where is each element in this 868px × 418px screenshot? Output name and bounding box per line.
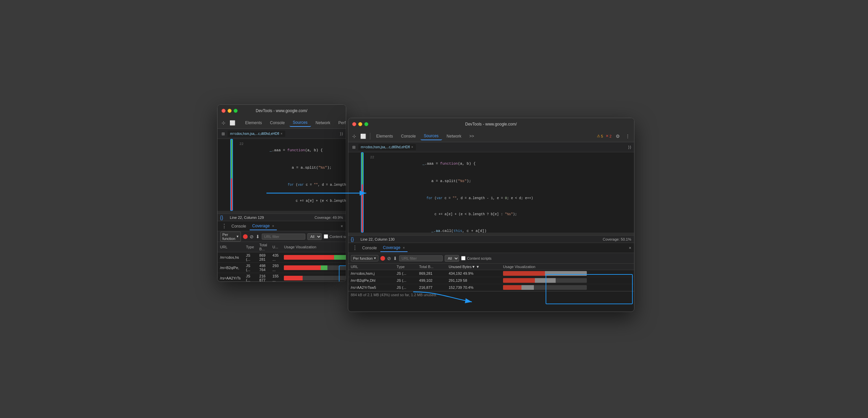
content-scripts-checkbox-right[interactable] <box>461 256 465 260</box>
traffic-lights-right[interactable] <box>352 122 368 126</box>
sidebar-toggle-right[interactable]: ⊞ <box>351 144 357 150</box>
dropdown-arrow: ▾ <box>237 234 239 239</box>
tab-network-right[interactable]: Network <box>443 133 465 140</box>
per-function-button-right[interactable]: Per function ▾ <box>351 255 379 262</box>
coverage-table-left: URL Type Total B... U... Usage Visualiza… <box>217 242 346 282</box>
file-tab-right[interactable]: m=cdos,hsm,jsa,...c,dtl0hd,eHDfl × <box>358 144 416 150</box>
table-row-r3[interactable]: /rs=AA2YrTsw5 JS (... 216,877 152,739 70… <box>348 284 634 291</box>
traffic-lights-left[interactable] <box>221 109 238 113</box>
file-tab-label: m=cdos,hsm,jsa,...c,dtl0hd,eHDfl <box>230 132 279 136</box>
coverage-tab-close[interactable]: × <box>272 224 274 228</box>
table-row[interactable]: /m=cdos,hs JS (... 869 281 435 ... <box>217 252 346 263</box>
window-title-left: DevTools - www.google.com/ <box>256 108 307 113</box>
panel-tab-coverage-right[interactable]: Coverage × <box>380 244 407 252</box>
cell-type: JS (... <box>243 263 257 273</box>
file-tab-left[interactable]: m=cdos,hsm,jsa,...c,dtl0hd,eHDfl × <box>227 131 285 137</box>
coverage-table-right: URL Type Total B... Unused Bytes▼ ▼ Usag… <box>348 264 634 291</box>
main-toolbar-right: ⊹ ⬜ Elements Console Sources Network >> … <box>348 130 634 142</box>
table-row[interactable]: /m=B2qlPe, JS (... 498 764 293 ... <box>217 263 346 273</box>
cursor-icon-status-r: {} <box>351 237 354 242</box>
content-scripts-label[interactable]: Content scripts <box>324 234 346 239</box>
clear-button[interactable]: ⊘ <box>250 234 254 239</box>
collapse-panel-icon[interactable]: ⟩⟩ <box>340 132 343 136</box>
panel-menu-icon-right[interactable]: ⋮ <box>351 244 359 252</box>
panel-close-right[interactable]: × <box>629 246 631 250</box>
bottom-panel-right: ⋮ Console Coverage × × Per function ▾ ⊘ … <box>348 243 634 298</box>
inspect-icon-right[interactable]: ⬜ <box>359 132 367 140</box>
code-line-3: for (var c = "", d = a.length - 1, e = 0… <box>217 177 346 193</box>
maximize-button[interactable] <box>234 109 238 113</box>
status-bar-left: {} Line 22, Column 129 Coverage: 49.9% <box>217 213 346 221</box>
panel-toolbar-right: Per function ▾ ⊘ ⬇ All Content scripts <box>348 253 634 264</box>
cell-total: 498 764 <box>257 263 270 273</box>
sidebar-toggle-left[interactable]: ⊞ <box>220 131 226 137</box>
tab-sources-right[interactable]: Sources <box>421 132 442 140</box>
col-unused-r[interactable]: Unused Bytes▼ ▼ <box>446 264 500 270</box>
cell-url-r2: /m=B2qlPe,Dhl <box>348 277 394 284</box>
cell-unused-r1: 434,192 49.9% <box>446 270 500 277</box>
minimize-button-right[interactable] <box>358 122 362 126</box>
panel-tab-console[interactable]: Console <box>229 222 249 230</box>
content-scripts-label-right[interactable]: Content scripts <box>461 256 491 260</box>
tab-console-right[interactable]: Console <box>398 133 419 140</box>
tab-console[interactable]: Console <box>267 119 288 127</box>
cell-type-r2: JS (... <box>394 277 416 284</box>
maximize-button-right[interactable] <box>364 122 368 126</box>
table-row[interactable]: /rs=AA2YrTs JS (... 216 877 155 ... <box>217 273 346 282</box>
per-function-label: Per function <box>222 233 236 241</box>
title-bar-right: DevTools - www.google.com/ <box>348 118 634 130</box>
panel-tab-console-right[interactable]: Console <box>360 244 380 252</box>
download-button[interactable]: ⬇ <box>256 234 260 239</box>
tab-network[interactable]: Network <box>312 119 334 127</box>
code-line-r5: _.aa.call(this, c + a[d]) <box>348 222 634 233</box>
inspect-icon[interactable]: ⬜ <box>228 119 237 127</box>
filter-select[interactable]: All <box>307 233 322 240</box>
minimize-button[interactable] <box>227 109 231 113</box>
cursor-icon[interactable]: ⊹ <box>220 119 227 127</box>
tab-performance[interactable]: Performance <box>335 119 346 127</box>
cursor-icon-right[interactable]: ⊹ <box>351 132 358 140</box>
more-options-icon-right[interactable]: ⋮ <box>624 132 631 140</box>
file-tab-close[interactable]: × <box>280 132 282 136</box>
record-button-right[interactable] <box>380 256 385 261</box>
code-scrollbar-left[interactable] <box>217 211 346 213</box>
tab-sources[interactable]: Sources <box>289 119 311 127</box>
panel-close-left[interactable]: × <box>341 224 343 229</box>
devtools-window-right: DevTools - www.google.com/ ⊹ ⬜ Elements … <box>348 118 634 312</box>
tab-more-right[interactable]: >> <box>466 133 477 140</box>
filter-select-right[interactable]: All <box>445 255 459 262</box>
file-tab-close-right[interactable]: × <box>411 145 413 149</box>
cell-viz <box>281 252 346 263</box>
settings-icon-right[interactable]: ⚙ <box>614 132 621 140</box>
cursor-icon-status: {} <box>220 215 223 220</box>
code-content-r5: _.aa.call(this, c + a[d]) <box>378 222 631 233</box>
url-filter-input-right[interactable] <box>399 255 443 262</box>
coverage-tab-close-right[interactable]: × <box>403 246 405 250</box>
record-button[interactable] <box>243 234 248 239</box>
per-function-button[interactable]: Per function ▾ <box>220 232 241 242</box>
close-button[interactable] <box>221 109 225 113</box>
table-row-r2[interactable]: /m=B2qlPe,Dhl JS (... 499,102 291,129 58 <box>348 277 634 284</box>
url-filter-input[interactable] <box>262 234 305 240</box>
error-badge: ✕ 2 <box>606 134 611 138</box>
tab-elements[interactable]: Elements <box>242 119 266 127</box>
cell-unused-r3: 152,739 70.4% <box>446 284 500 291</box>
panel-menu-icon[interactable]: ⋮ <box>220 222 228 230</box>
toolbar-right-right: ⚠ 5 ✕ 2 ⚙ ⋮ <box>597 132 631 140</box>
code-scrollbar-right[interactable] <box>348 233 634 235</box>
toolbar-divider-right <box>370 133 370 140</box>
close-button-right[interactable] <box>352 122 356 126</box>
collapse-panel-icon-right[interactable]: ⟩⟩ <box>628 145 631 149</box>
download-button-right[interactable]: ⬇ <box>393 256 397 261</box>
content-scripts-checkbox[interactable] <box>324 234 328 239</box>
table-row-r1[interactable]: /m=cdos,hsm,j JS (... 869,281 434,192 49… <box>348 270 634 277</box>
clear-button-right[interactable]: ⊘ <box>387 256 391 261</box>
cell-type: JS (... <box>243 252 257 263</box>
panel-tab-coverage[interactable]: Coverage × <box>250 222 277 230</box>
cell-unused-r2: 291,129 58 <box>446 277 500 284</box>
tab-elements-right[interactable]: Elements <box>373 133 397 140</box>
panel-tabs-right: ⋮ Console Coverage × × <box>348 243 634 253</box>
warning-badge: ⚠ 5 <box>597 134 603 138</box>
cell-unused: 155 ... <box>270 273 281 282</box>
cell-url: /m=B2qlPe, <box>217 263 243 273</box>
